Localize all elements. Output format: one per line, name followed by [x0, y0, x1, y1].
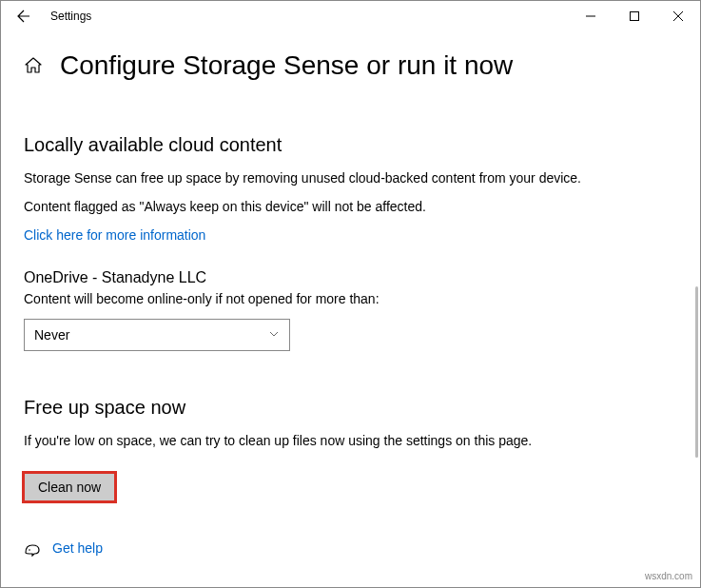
onedrive-heading: OneDrive - Stanadyne LLC	[24, 269, 677, 286]
onedrive-desc: Content will become online-only if not o…	[24, 290, 677, 309]
dropdown-selected-value: Never	[34, 327, 69, 343]
svg-rect-1	[631, 12, 639, 21]
get-help-link[interactable]: Get help	[52, 540, 103, 556]
content-area: Locally available cloud content Storage …	[1, 134, 700, 576]
freeup-desc: If you're low on space, we can try to cl…	[24, 432, 677, 451]
window-controls	[569, 1, 700, 31]
clean-now-button[interactable]: Clean now	[24, 473, 115, 501]
scrollbar-thumb[interactable]	[695, 286, 698, 458]
maximize-icon	[630, 11, 639, 21]
close-icon	[673, 11, 683, 21]
get-help-row: Get help	[24, 539, 677, 557]
page-title: Configure Storage Sense or run it now	[60, 50, 513, 81]
help-icon	[24, 539, 41, 557]
chevron-down-icon	[268, 328, 280, 342]
minimize-button[interactable]	[569, 1, 613, 31]
more-info-link[interactable]: Click here for more information	[24, 227, 205, 243]
watermark: wsxdn.com	[645, 571, 692, 581]
freeup-section-heading: Free up space now	[24, 397, 677, 419]
window-title: Settings	[50, 10, 91, 23]
back-button[interactable]	[9, 1, 39, 31]
titlebar: Settings	[1, 1, 700, 31]
close-button[interactable]	[656, 1, 700, 31]
home-icon[interactable]	[24, 56, 43, 75]
cloud-section-heading: Locally available cloud content	[24, 134, 677, 156]
onedrive-interval-dropdown[interactable]: Never	[24, 319, 290, 351]
maximize-button[interactable]	[613, 1, 656, 31]
back-arrow-icon	[16, 9, 31, 24]
svg-point-4	[29, 550, 30, 552]
minimize-icon	[586, 11, 595, 21]
cloud-desc-2: Content flagged as "Always keep on this …	[24, 198, 677, 217]
cloud-desc-1: Storage Sense can free up space by remov…	[24, 169, 677, 188]
page-header: Configure Storage Sense or run it now	[1, 31, 700, 100]
